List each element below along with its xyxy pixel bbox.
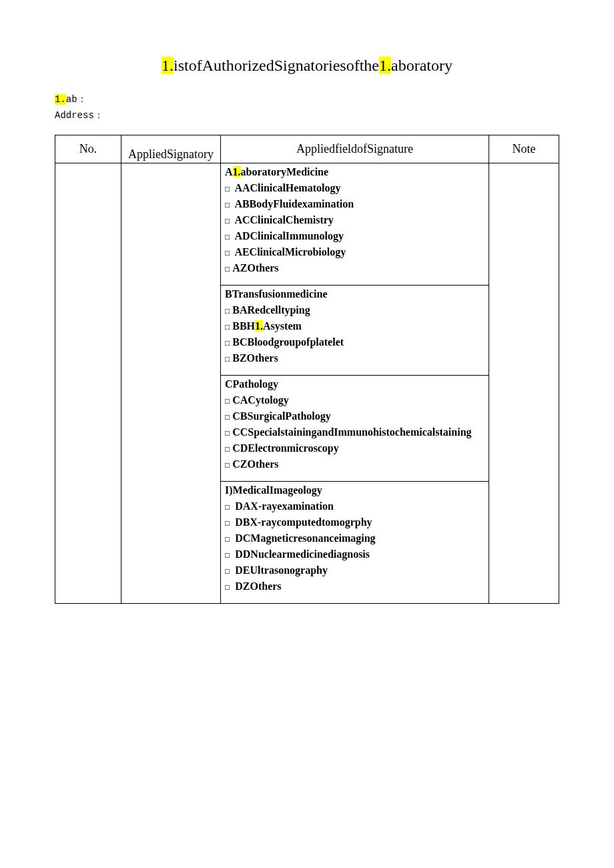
field-item: □CBSurgicalPathology <box>225 410 485 422</box>
item-text: DEUltrasonography <box>235 564 328 576</box>
cell-field: A1.aboratoryMedicine□ AAClinicalHematolo… <box>221 163 489 604</box>
field-section: BTransfusionmedicine□BARedcelltyping□BBH… <box>221 286 489 376</box>
section-title: BTransfusionmedicine <box>225 288 485 300</box>
field-section: CPathology□CACytology□CBSurgicalPatholog… <box>221 376 489 482</box>
checkbox-icon[interactable]: □ <box>225 428 230 438</box>
field-item: □BBH1.Asystem <box>225 320 485 332</box>
checkbox-icon[interactable]: □ <box>225 264 230 274</box>
checkbox-icon[interactable]: □ <box>225 232 230 242</box>
item-text: CACytology <box>232 394 288 406</box>
lab-label: 1.ab： <box>55 93 559 105</box>
field-item: □ DAX-rayexamination <box>225 500 485 512</box>
item-text: BCBloodgroupofplatelet <box>232 336 344 348</box>
checkbox-icon[interactable]: □ <box>225 518 230 528</box>
lab-prefix: 1. <box>55 94 66 105</box>
field-item: □BARedcelltyping <box>225 304 485 316</box>
checkbox-icon[interactable]: □ <box>225 582 230 592</box>
section-title: A1.aboratoryMedicine <box>225 166 485 178</box>
field-item: □BCBloodgroupofplatelet <box>225 336 485 348</box>
field-item: □AZOthers <box>225 262 485 274</box>
cell-signatory <box>121 163 221 604</box>
signatories-table: No. AppliedSignatory AppliedfieldofSigna… <box>55 135 559 604</box>
item-text: AZOthers <box>232 262 278 274</box>
checkbox-icon[interactable]: □ <box>225 200 230 210</box>
field-item: □CDElectronmicroscopy <box>225 442 485 454</box>
checkbox-icon[interactable]: □ <box>225 550 230 560</box>
item-text: AEClinicalMicrobiology <box>234 246 346 258</box>
checkbox-icon[interactable]: □ <box>225 354 230 364</box>
field-item: □ DDNuclearmedicinediagnosis <box>225 548 485 560</box>
field-item: □ DCMagneticresonanceimaging <box>225 532 485 544</box>
section-title: I)MedicalImageology <box>225 484 485 496</box>
cell-no <box>55 163 121 604</box>
field-item: □BZOthers <box>225 352 485 364</box>
item-text: ADClinicalImmunology <box>234 230 344 242</box>
field-item: □ AEClinicalMicrobiology <box>225 246 485 258</box>
field-item: □ DBX-raycomputedtomogrphy <box>225 516 485 528</box>
item-text: AAClinicalHematology <box>234 182 340 193</box>
item-text: CCSpecialstainingandImmunohistochemicals… <box>232 426 471 438</box>
item-text: DDNuclearmedicinediagnosis <box>235 548 370 560</box>
checkbox-icon[interactable]: □ <box>225 248 230 258</box>
title-part-1: istofAuthorizedSignatoriesofthe <box>174 57 379 74</box>
checkbox-icon[interactable]: □ <box>225 502 230 512</box>
title-part-0: 1. <box>162 57 174 74</box>
item-text: DCMagneticresonanceimaging <box>235 532 375 544</box>
header-note: Note <box>489 135 559 163</box>
item-text: CBSurgicalPathology <box>232 410 331 422</box>
document-title: 1.istofAuthorizedSignatoriesofthe1.abora… <box>55 57 559 75</box>
checkbox-icon[interactable]: □ <box>225 566 230 576</box>
item-text: DZOthers <box>235 580 281 592</box>
field-section: A1.aboratoryMedicine□ AAClinicalHematolo… <box>221 163 489 286</box>
checkbox-icon[interactable]: □ <box>225 460 230 470</box>
field-item: □ AAClinicalHematology <box>225 182 485 194</box>
item-text: CZOthers <box>232 458 278 470</box>
field-item: □ ACClinicalChemistry <box>225 214 485 226</box>
item-text: BARedcelltyping <box>232 304 310 316</box>
field-item: □ ADClinicalImmunology <box>225 230 485 242</box>
field-item: □ DZOthers <box>225 580 485 592</box>
header-field: AppliedfieldofSignature <box>221 135 489 163</box>
title-part-2: 1. <box>379 57 391 74</box>
address-label: Address： <box>55 109 559 121</box>
field-item: □CACytology <box>225 394 485 406</box>
lab-suffix: ab： <box>66 94 87 105</box>
checkbox-icon[interactable]: □ <box>225 338 230 348</box>
item-text: DAX-rayexamination <box>235 500 334 512</box>
checkbox-icon[interactable]: □ <box>225 322 230 332</box>
checkbox-icon[interactable]: □ <box>225 396 230 406</box>
field-item: □ DEUltrasonography <box>225 564 485 576</box>
checkbox-icon[interactable]: □ <box>225 184 230 194</box>
field-item: □CZOthers <box>225 458 485 470</box>
checkbox-icon[interactable]: □ <box>225 412 230 422</box>
checkbox-icon[interactable]: □ <box>225 216 230 226</box>
checkbox-icon[interactable]: □ <box>225 444 230 454</box>
item-text: BZOthers <box>232 352 278 364</box>
item-text: DBX-raycomputedtomogrphy <box>235 516 372 528</box>
field-item: □CCSpecialstainingandImmunohistochemical… <box>225 426 485 438</box>
table-row: A1.aboratoryMedicine□ AAClinicalHematolo… <box>55 163 559 604</box>
item-text: CDElectronmicroscopy <box>232 442 338 454</box>
checkbox-icon[interactable]: □ <box>225 306 230 316</box>
checkbox-icon[interactable]: □ <box>225 534 230 544</box>
item-text: ABBodyFluidexamination <box>234 198 354 209</box>
header-no: No. <box>55 135 121 163</box>
field-section: I)MedicalImageology□ DAX-rayexamination□… <box>221 482 489 603</box>
section-title: CPathology <box>225 378 485 390</box>
cell-note <box>489 163 559 604</box>
title-part-3: aboratory <box>391 57 452 74</box>
item-text: ACClinicalChemistry <box>234 214 333 226</box>
header-signatory: AppliedSignatory <box>121 135 221 163</box>
field-item: □ ABBodyFluidexamination <box>225 198 485 210</box>
